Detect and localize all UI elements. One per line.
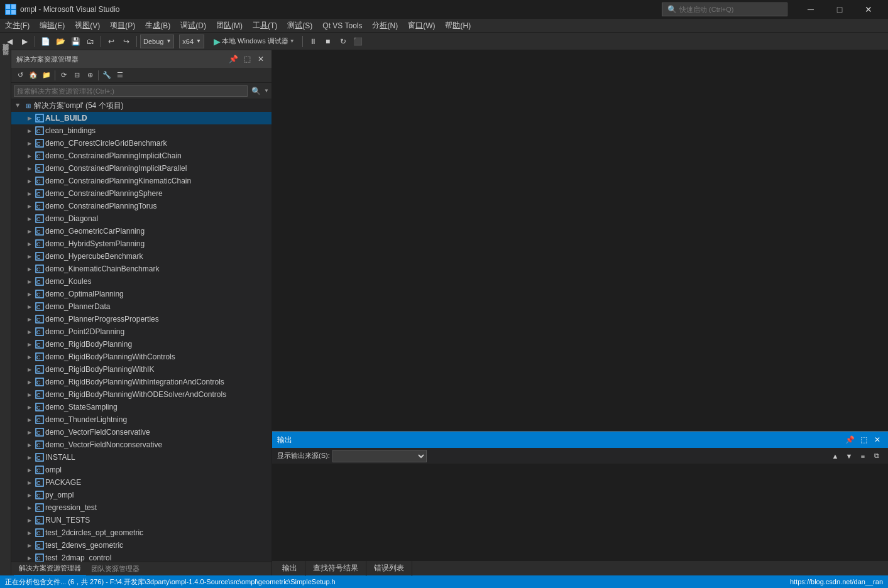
tree-item-29[interactable]: ▶ C PACKAGE <box>11 476 271 489</box>
menu-edit[interactable]: 编辑(E) <box>35 19 70 32</box>
tree-item-19[interactable]: ▶ C demo_RigidBodyPlanningWithControls <box>11 351 271 363</box>
tree-item-35[interactable]: ▶ C test_2dmap_control <box>11 552 271 562</box>
tree-item-34[interactable]: ▶ C test_2denvs_geometric <box>11 539 271 552</box>
tree-item-30[interactable]: ▶ C py_ompl <box>11 489 271 501</box>
float-button[interactable]: ⬚ <box>241 53 253 65</box>
toolbar-save[interactable]: 💾 <box>69 35 82 48</box>
tree-item-allbuild[interactable]: ▶ C ALL_BUILD <box>11 112 271 124</box>
tab-solution-explorer[interactable]: 解决方案资源管理器 <box>14 562 86 576</box>
output-btn-filter[interactable]: ≡ <box>857 450 869 462</box>
menu-help[interactable]: 帮助(H) <box>440 19 476 32</box>
menu-window[interactable]: 窗口(W) <box>403 19 440 32</box>
output-float-button[interactable]: ⬚ <box>858 434 869 445</box>
tree-item-23[interactable]: ▶ C demo_StateSampling <box>11 401 271 413</box>
refresh-button[interactable]: ⟳ <box>57 69 70 82</box>
close-button[interactable]: ✕ <box>854 0 883 19</box>
toolbar-undo[interactable]: ↩ <box>104 35 118 48</box>
status-blog-link[interactable]: https://blog.csdn.net/dan__ran <box>790 578 883 585</box>
config-dropdown[interactable]: Debug ▼ <box>140 35 174 48</box>
toolbar-save-all[interactable]: 🗂 <box>84 35 97 48</box>
solution-search-dropdown[interactable]: ▼ <box>264 88 269 94</box>
solution-tree[interactable]: ▶ ⊞ 解决方案'ompl' (54 个项目) ▶ C ALL_BUILD ▶ … <box>11 99 271 562</box>
tree-item-28[interactable]: ▶ C ompl <box>11 464 271 476</box>
tree-item-25[interactable]: ▶ C demo_VectorFieldConservative <box>11 426 271 438</box>
toolbar-btn-7[interactable]: ↻ <box>336 35 350 48</box>
toolbar-back[interactable]: ◀ <box>3 35 16 48</box>
tree-item-18[interactable]: ▶ C demo_RigidBodyPlanning <box>11 338 271 351</box>
tree-item-2[interactable]: ▶ C demo_CForestCircleGridBenchmark <box>11 137 271 150</box>
solution-search-button[interactable]: 🔍 <box>250 85 261 97</box>
sidebar-icon-team[interactable]: 团队资源管理器 <box>0 53 11 58</box>
tree-item-31[interactable]: ▶ C regression_test <box>11 501 271 514</box>
tab-error-list[interactable]: 错误列表 <box>366 561 412 576</box>
toolbar-forward[interactable]: ▶ <box>18 35 31 48</box>
tree-item-11[interactable]: ▶ C demo_HypercubeBenchmark <box>11 250 271 263</box>
play-button[interactable]: ▶ 本地 Windows 调试器 ▼ <box>209 35 299 48</box>
pending-changes[interactable]: ⊕ <box>84 69 96 82</box>
solution-search-input[interactable] <box>14 85 248 97</box>
tab-output[interactable]: 输出 <box>275 561 305 576</box>
toolbar-btn-5[interactable]: ⏸ <box>306 35 320 48</box>
tree-item-6[interactable]: ▶ C demo_ConstrainedPlanningSphere <box>11 187 271 200</box>
tree-item-24[interactable]: ▶ C demo_ThunderLightning <box>11 413 271 426</box>
minimize-button[interactable]: ─ <box>796 0 825 19</box>
output-pin-button[interactable]: 📌 <box>844 434 855 445</box>
tree-item-17[interactable]: ▶ C demo_Point2DPlanning <box>11 325 271 338</box>
collapse-button[interactable]: ⊟ <box>70 69 83 82</box>
menu-team[interactable]: 团队(M) <box>211 19 248 32</box>
menu-tools[interactable]: 工具(T) <box>248 19 282 32</box>
tree-item-16[interactable]: ▶ C demo_PlannerProgressProperties <box>11 313 271 325</box>
tree-item-4[interactable]: ▶ C demo_ConstrainedPlanningImplicitPara… <box>11 162 271 175</box>
toolbar-btn-8[interactable]: ⬛ <box>351 35 365 48</box>
tree-item-8[interactable]: ▶ C demo_Diagonal <box>11 212 271 225</box>
tree-item-33[interactable]: ▶ C test_2dcircles_opt_geometric <box>11 526 271 539</box>
tree-item-32[interactable]: ▶ C RUN_TESTS <box>11 514 271 526</box>
tree-item-27[interactable]: ▶ C INSTALL <box>11 451 271 464</box>
menu-build[interactable]: 生成(B) <box>140 19 175 32</box>
output-btn-up[interactable]: ▲ <box>829 450 841 462</box>
toolbar-open[interactable]: 📂 <box>53 35 67 48</box>
menu-file[interactable]: 文件(F) <box>0 19 35 32</box>
menu-debug[interactable]: 调试(D) <box>175 19 211 32</box>
restore-button[interactable]: □ <box>825 0 854 19</box>
quick-launch-input[interactable] <box>679 6 780 13</box>
output-btn-down[interactable]: ▼ <box>843 450 855 462</box>
output-close-button[interactable]: ✕ <box>872 434 883 445</box>
solution-root[interactable]: ▶ ⊞ 解决方案'ompl' (54 个项目) <box>11 99 271 112</box>
tree-item-10[interactable]: ▶ C demo_HybridSystemPlanning <box>11 237 271 250</box>
tree-item-20[interactable]: ▶ C demo_RigidBodyPlanningWithIK <box>11 363 271 376</box>
show-all-files[interactable]: 📁 <box>40 69 53 82</box>
sync-button[interactable]: ↺ <box>14 69 26 82</box>
menu-analyze[interactable]: 分析(N) <box>367 19 403 32</box>
output-source-select[interactable] <box>332 450 427 462</box>
tree-item-9[interactable]: ▶ C demo_GeometricCarPlanning <box>11 225 271 237</box>
tree-item-26[interactable]: ▶ C demo_VectorFieldNonconservative <box>11 438 271 451</box>
sidebar-icon-class[interactable]: 类视图 <box>0 58 11 63</box>
filter-button[interactable]: 🔧 <box>101 69 113 82</box>
tree-item-15[interactable]: ▶ C demo_PlannerData <box>11 300 271 313</box>
output-btn-copy[interactable]: ⧉ <box>870 450 883 462</box>
tree-item-21[interactable]: ▶ C demo_RigidBodyPlanningWithIntegratio… <box>11 376 271 388</box>
panel-close-button[interactable]: ✕ <box>255 53 266 65</box>
menu-view[interactable]: 视图(V) <box>70 19 105 32</box>
pin-button[interactable]: 📌 <box>227 53 239 65</box>
menu-qtvstools[interactable]: Qt VS Tools <box>317 19 367 32</box>
tree-item-13[interactable]: ▶ C demo_Koules <box>11 275 271 288</box>
tree-item-14[interactable]: ▶ C demo_OptimalPlanning <box>11 288 271 300</box>
tree-item-7[interactable]: ▶ C demo_ConstrainedPlanningTorus <box>11 200 271 212</box>
list-view-button[interactable]: ☰ <box>114 69 126 82</box>
tab-find-symbol[interactable]: 查找符号结果 <box>305 561 366 576</box>
platform-dropdown[interactable]: x64 ▼ <box>179 35 204 48</box>
tab-team-manager[interactable]: 团队资源管理器 <box>86 562 145 576</box>
properties-button[interactable]: 🏠 <box>27 69 40 82</box>
toolbar-btn-6[interactable]: ■ <box>321 35 335 48</box>
menu-test[interactable]: 测试(S) <box>282 19 317 32</box>
tree-item-3[interactable]: ▶ C demo_ConstrainedPlanningImplicitChai… <box>11 150 271 162</box>
tree-item-5[interactable]: ▶ C demo_ConstrainedPlanningKinematicCha… <box>11 175 271 187</box>
toolbar-redo[interactable]: ↪ <box>119 35 133 48</box>
tree-item-cleanbindings[interactable]: ▶ C clean_bindings <box>11 124 271 137</box>
tree-item-12[interactable]: ▶ C demo_KinematicChainBenchmark <box>11 263 271 275</box>
quick-launch[interactable]: 🔍 <box>662 3 787 16</box>
menu-project[interactable]: 项目(P) <box>105 19 140 32</box>
tree-item-22[interactable]: ▶ C demo_RigidBodyPlanningWithODESolverA… <box>11 388 271 401</box>
